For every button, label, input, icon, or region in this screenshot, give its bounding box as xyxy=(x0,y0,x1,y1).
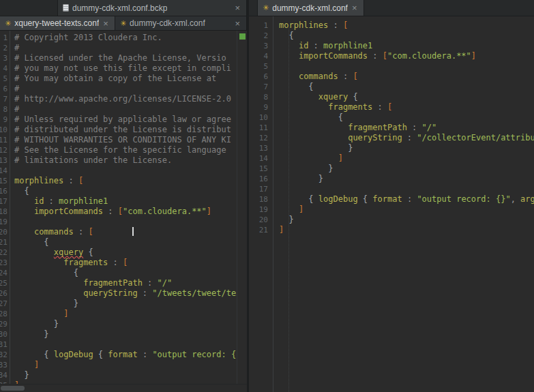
tab-dummy-cdk-xml-conf-right[interactable]: ✳ dummy-cdk-xml.conf × xyxy=(257,0,364,16)
code-line[interactable]: { xyxy=(14,186,237,196)
code-token: # xyxy=(14,104,19,114)
code-line[interactable]: fragmentPath : "/" xyxy=(14,278,237,288)
code-line[interactable]: ] xyxy=(279,225,534,235)
code-line[interactable]: # WITHOUT WARRANTIES OR CONDITIONS OF AN… xyxy=(14,135,237,145)
code-line[interactable]: commands : [ xyxy=(14,227,237,237)
code-line[interactable]: } xyxy=(279,215,534,225)
code-line[interactable]: # distributed under the License is distr… xyxy=(14,125,237,135)
code-token xyxy=(279,31,288,40)
code-line[interactable]: queryString : "/tweets/tweet/tex xyxy=(14,288,237,299)
code-token: { xyxy=(363,194,368,204)
code-line[interactable]: } xyxy=(14,299,237,309)
code-token: } xyxy=(54,319,59,329)
code-line[interactable]: commands : [ xyxy=(279,72,534,82)
code-area[interactable]: # Copyright 2013 Cloudera Inc.## License… xyxy=(10,31,237,384)
code-token: } xyxy=(288,215,293,224)
code-token xyxy=(14,207,34,216)
code-area[interactable]: morphlines : [ { id : morphline1 importC… xyxy=(273,16,534,392)
tab-dummy-cdk-xml-conf-bckp[interactable]: dummy-cdk-xml.conf.bckp × xyxy=(57,0,247,16)
tab-dummy-cdk-xml-conf[interactable]: ✳ dummy-cdk-xml.conf × xyxy=(115,16,247,30)
code-line[interactable] xyxy=(14,217,237,227)
code-line[interactable]: } xyxy=(14,329,237,340)
code-token: commands xyxy=(299,72,338,81)
code-line[interactable]: ] xyxy=(279,153,534,164)
code-line[interactable]: { logDebug { format : "output record: {}… xyxy=(279,194,534,205)
code-line[interactable]: importCommands : ["com.cloudera.**"] xyxy=(14,207,237,217)
line-number: 2 xyxy=(249,31,273,41)
code-line[interactable]: fragments : [ xyxy=(14,258,237,268)
code-line[interactable]: queryString : "/collectorEvent/attribu xyxy=(279,133,534,143)
code-token: } xyxy=(74,299,78,308)
code-line[interactable]: { xyxy=(279,82,534,92)
code-line[interactable]: } xyxy=(279,143,534,153)
line-number: 20 xyxy=(0,227,9,237)
code-line[interactable]: morphlines : [ xyxy=(14,176,237,186)
code-line[interactable]: } xyxy=(279,164,534,174)
code-line[interactable]: # You may obtain a copy of the License a… xyxy=(14,74,237,84)
code-token: ] xyxy=(471,51,476,61)
close-icon[interactable]: × xyxy=(233,3,241,12)
code-line[interactable] xyxy=(279,184,534,194)
code-line[interactable]: ] xyxy=(14,360,237,370)
code-line[interactable]: ] xyxy=(279,205,534,215)
close-icon[interactable]: × xyxy=(351,3,359,12)
code-token: : xyxy=(402,194,417,204)
code-line[interactable]: importCommands : ["com.cloudera.**"] xyxy=(279,51,534,61)
code-line[interactable]: { xyxy=(14,237,237,247)
code-line[interactable]: morphlines : [ xyxy=(279,20,534,31)
code-line[interactable] xyxy=(14,340,237,350)
code-line[interactable]: # xyxy=(14,104,237,115)
code-token: } xyxy=(328,164,333,173)
code-token xyxy=(14,288,83,298)
code-line[interactable]: xquery { xyxy=(279,92,534,102)
close-icon[interactable]: × xyxy=(233,19,241,28)
code-line[interactable]: id : morphline1 xyxy=(14,196,237,207)
horizontal-scrollbar[interactable] xyxy=(0,384,247,392)
line-number: 21 xyxy=(249,225,273,235)
code-line[interactable]: # Unless required by applicable law or a… xyxy=(14,115,237,125)
code-line[interactable]: { xyxy=(279,31,534,41)
line-number: 14 xyxy=(0,166,9,176)
conf-file-icon: ✳ xyxy=(120,20,126,27)
code-line[interactable]: # xyxy=(14,84,237,94)
code-line[interactable]: # limitations under the License. xyxy=(14,155,237,166)
line-number: 20 xyxy=(249,215,273,225)
code-line[interactable]: id : morphline1 xyxy=(279,41,534,51)
code-line[interactable]: } xyxy=(14,370,237,380)
line-number: 7 xyxy=(0,94,9,104)
code-token: # Copyright 2013 Cloudera Inc. xyxy=(14,33,162,42)
code-line[interactable]: { logDebug { format : "output record: {} xyxy=(14,350,237,360)
code-token xyxy=(14,227,34,237)
code-line[interactable] xyxy=(279,61,534,72)
code-line[interactable]: # http://www.apache.org/licenses/LICENSE… xyxy=(14,94,237,104)
code-line[interactable]: fragments : [ xyxy=(279,102,534,112)
code-token: : xyxy=(328,20,343,30)
scrollbar-thumb[interactable] xyxy=(1,386,25,391)
code-token xyxy=(14,237,44,247)
code-line[interactable]: # Copyright 2013 Cloudera Inc. xyxy=(14,33,237,43)
code-token xyxy=(14,350,44,359)
code-line[interactable]: # you may not use this file except in co… xyxy=(14,63,237,74)
code-line[interactable]: ] xyxy=(14,309,237,319)
code-token xyxy=(14,247,54,257)
code-line[interactable]: } xyxy=(279,174,534,184)
code-token: morphline1 xyxy=(323,41,372,50)
code-line[interactable]: # xyxy=(14,43,237,53)
code-line[interactable]: # Licensed under the Apache License, Ver… xyxy=(14,53,237,63)
inspections-ok-marker[interactable] xyxy=(239,33,246,40)
tab-xquery-tweet-texts-conf[interactable]: ✳ xquery-tweet-texts.conf × xyxy=(0,16,115,30)
code-token: id xyxy=(299,41,308,50)
code-token: } xyxy=(348,143,353,153)
code-line[interactable]: { xyxy=(14,268,237,278)
code-line[interactable]: xquery { xyxy=(14,247,237,258)
line-number: 15 xyxy=(0,176,9,186)
code-line[interactable]: { xyxy=(279,112,534,123)
code-token: ] xyxy=(338,153,343,163)
code-line[interactable]: # See the License for the specific langu… xyxy=(14,145,237,155)
close-icon[interactable]: × xyxy=(102,19,110,28)
code-line[interactable] xyxy=(14,166,237,176)
code-line[interactable]: fragmentPath : "/" xyxy=(279,123,534,133)
code-token: queryString xyxy=(348,133,402,142)
code-line[interactable]: } xyxy=(14,319,237,329)
line-number: 4 xyxy=(249,51,273,61)
